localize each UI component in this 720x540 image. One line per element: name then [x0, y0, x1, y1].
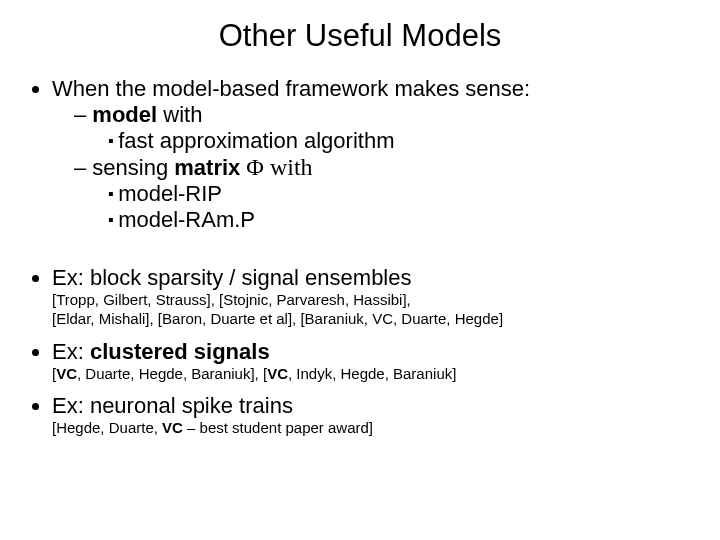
- bullet-list: When the model-based framework makes sen…: [28, 76, 692, 233]
- bullet-framework: When the model-based framework makes sen…: [52, 76, 692, 233]
- subsub-fastapprox: fast approximation algorithm: [108, 128, 692, 154]
- ex3-c-a: [Hegde, Duarte,: [52, 419, 162, 436]
- sublist: model with fast approximation algorithm …: [52, 102, 692, 233]
- example-list: Ex: block sparsity / signal ensembles [T…: [28, 265, 692, 438]
- ex3-c-c: – best student paper award]: [183, 419, 373, 436]
- ex2-c-e: , Indyk, Hegde, Baraniuk]: [288, 365, 456, 382]
- ex2-cite: [VC, Duarte, Hegde, Baraniuk], [VC, Indy…: [52, 365, 692, 384]
- subsub-text: fast approximation algorithm: [118, 128, 394, 153]
- spacer: [28, 235, 692, 265]
- sub-sensing: sensing matrix Φ with model-RIP model-RA…: [74, 154, 692, 233]
- phi-symbol: Φ with: [240, 154, 312, 180]
- ex2-head-b: clustered signals: [90, 339, 270, 364]
- ex1-cite: [Tropp, Gilbert, Strauss], [Stojnic, Par…: [52, 291, 692, 329]
- sub-sensing-b: matrix: [174, 155, 240, 180]
- subsub-rip-text: model-RIP: [118, 181, 222, 206]
- subsub-ramp-text: model-RAm.P: [118, 207, 255, 232]
- subsub-ramp: model-RAm.P: [108, 207, 692, 233]
- subsub-rip: model-RIP: [108, 181, 692, 207]
- subsublist-2: model-RIP model-RAm.P: [74, 181, 692, 233]
- slide-title: Other Useful Models: [28, 18, 692, 54]
- ex1-head: Ex: block sparsity / signal ensembles: [52, 265, 412, 290]
- ex-block-sparsity: Ex: block sparsity / signal ensembles [T…: [52, 265, 692, 329]
- sub-model-bold: model: [92, 102, 157, 127]
- slide: Other Useful Models When the model-based…: [0, 0, 720, 438]
- sub-sensing-a: sensing: [92, 155, 174, 180]
- ex2-c-b: VC: [56, 365, 77, 382]
- ex3-head: Ex: neuronal spike trains: [52, 393, 293, 418]
- ex3-c-b: VC: [162, 419, 183, 436]
- ex-neuronal: Ex: neuronal spike trains [Hegde, Duarte…: [52, 393, 692, 438]
- ex2-c-d: VC: [267, 365, 288, 382]
- bullet-text: When the model-based framework makes sen…: [52, 76, 530, 101]
- ex-clustered: Ex: clustered signals [VC, Duarte, Hegde…: [52, 339, 692, 384]
- ex2-head-a: Ex:: [52, 339, 90, 364]
- ex2-c-c: , Duarte, Hegde, Baraniuk], [: [77, 365, 267, 382]
- sub-model-rest: with: [157, 102, 202, 127]
- sub-model: model with fast approximation algorithm: [74, 102, 692, 154]
- ex3-cite: [Hegde, Duarte, VC – best student paper …: [52, 419, 692, 438]
- ex1-cite-text: [Tropp, Gilbert, Strauss], [Stojnic, Par…: [52, 291, 503, 327]
- subsublist: fast approximation algorithm: [74, 128, 692, 154]
